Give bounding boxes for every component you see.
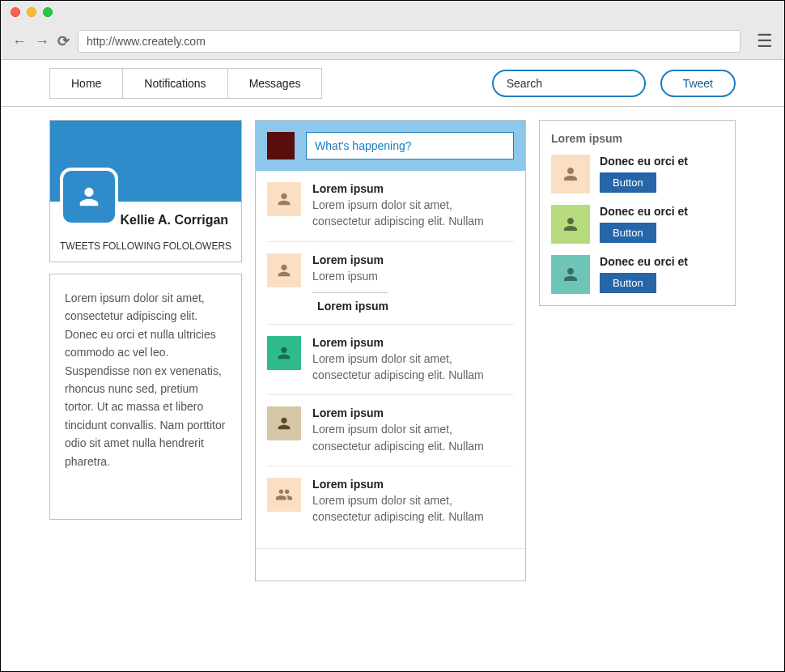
- suggestion-item: Donec eu orci et Button: [551, 255, 723, 294]
- follow-button[interactable]: Button: [600, 172, 656, 193]
- reload-icon[interactable]: ⟳: [57, 32, 70, 50]
- suggestion-avatar[interactable]: [551, 205, 590, 244]
- back-icon[interactable]: ←: [12, 33, 27, 50]
- feed-avatar[interactable]: [267, 336, 301, 370]
- feed-footer: [256, 548, 525, 581]
- feed-body: Lorem ipsum dolor sit amet, consectetur …: [312, 197, 514, 230]
- feed-title: Lorem ipsum: [312, 253, 388, 266]
- user-icon: [561, 215, 580, 234]
- feed-item[interactable]: Lorem ipsum Lorem ipsum dolor sit amet, …: [267, 171, 514, 242]
- suggestion-name: Donec eu orci et: [600, 155, 688, 168]
- suggestion-item: Donec eu orci et Button: [551, 205, 723, 244]
- forward-icon[interactable]: →: [35, 33, 49, 50]
- compose-avatar: [267, 132, 295, 159]
- feed-title: Lorem ipsum: [312, 406, 514, 419]
- feed-avatar[interactable]: [267, 182, 301, 216]
- compose-bar: What's happening?: [256, 121, 525, 171]
- user-icon: [275, 344, 293, 362]
- browser-chrome: ← → ⟳ http://www.creately.com ☰: [1, 1, 784, 60]
- main-tabs: Home Notifications Messages: [49, 68, 322, 99]
- window-maximize-icon[interactable]: [43, 7, 53, 17]
- search-input[interactable]: Search: [492, 70, 646, 97]
- timeline-column: What's happening? Lorem ipsum Lorem ipsu…: [255, 120, 526, 581]
- tab-home[interactable]: Home: [50, 69, 123, 98]
- user-icon: [561, 164, 580, 184]
- user-icon: [275, 262, 293, 279]
- compose-input[interactable]: What's happening?: [306, 132, 514, 159]
- suggestion-item: Donec eu orci et Button: [551, 155, 723, 194]
- stat-followers[interactable]: FOLOLOWERS: [163, 240, 231, 252]
- feed-avatar[interactable]: [267, 253, 301, 287]
- user-icon: [275, 190, 293, 208]
- feed-body: Lorem ipsum dolor sit amet, consectetur …: [312, 492, 514, 525]
- stat-tweets[interactable]: TWEETS: [60, 240, 100, 252]
- url-input[interactable]: http://www.creately.com: [78, 30, 740, 53]
- window-minimize-icon[interactable]: [27, 7, 36, 17]
- suggestion-avatar[interactable]: [551, 155, 590, 194]
- tweet-button[interactable]: Tweet: [660, 70, 736, 97]
- follow-button[interactable]: Button: [600, 273, 656, 293]
- feed-body: Lorem ipsum: [312, 268, 388, 284]
- follow-button[interactable]: Button: [600, 223, 656, 243]
- suggestions-panel: Lorem ipsum Donec eu orci et Button Done…: [539, 120, 736, 306]
- feed-item[interactable]: Lorem ipsum Lorem ipsum dolor sit amet, …: [267, 395, 514, 466]
- feed-item[interactable]: Lorem ipsum Lorem ipsum dolor sit amet, …: [267, 466, 514, 537]
- menu-icon[interactable]: ☰: [757, 31, 773, 52]
- suggestion-avatar[interactable]: [551, 255, 590, 294]
- stat-following[interactable]: FOLLOWING: [103, 240, 161, 252]
- feed-body: Lorem ipsum dolor sit amet, consectetur …: [312, 351, 514, 384]
- feed-nested: Lorem ipsum: [312, 292, 388, 313]
- feed-title: Lorem ipsum: [312, 336, 514, 349]
- group-icon: [275, 486, 293, 504]
- feed-avatar[interactable]: [267, 406, 301, 440]
- feed-title: Lorem ipsum: [312, 182, 514, 195]
- user-icon: [275, 415, 293, 432]
- profile-avatar[interactable]: [60, 168, 118, 226]
- tab-messages[interactable]: Messages: [228, 69, 322, 98]
- profile-card: Kellie A. Corrigan TWEETS FOLLOWING FOLO…: [49, 120, 242, 262]
- suggestion-name: Donec eu orci et: [600, 255, 688, 268]
- user-icon: [75, 183, 103, 211]
- window-close-icon[interactable]: [11, 7, 20, 17]
- feed-title: Lorem ipsum: [312, 478, 514, 491]
- suggestion-name: Donec eu orci et: [600, 205, 688, 218]
- tab-notifications[interactable]: Notifications: [123, 69, 227, 98]
- feed-item[interactable]: Lorem ipsum Lorem ipsum dolor sit amet, …: [267, 325, 514, 396]
- feed-body: Lorem ipsum dolor sit amet, consectetur …: [312, 421, 514, 454]
- user-icon: [561, 265, 580, 284]
- feed-avatar[interactable]: [267, 478, 301, 512]
- feed-item[interactable]: Lorem ipsum Lorem ipsum Lorem ipsum: [267, 242, 514, 325]
- suggestions-title: Lorem ipsum: [551, 132, 723, 145]
- cover-image: [50, 121, 241, 202]
- bio-card: Lorem ipsum dolor sit amet, consectetur …: [49, 274, 242, 520]
- app-header: Home Notifications Messages Search Tweet: [1, 60, 784, 107]
